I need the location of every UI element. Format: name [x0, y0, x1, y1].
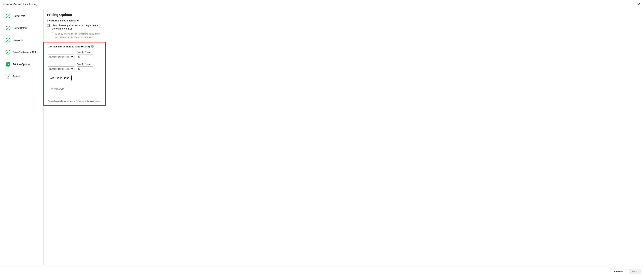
section-title: Pricing Options — [47, 13, 644, 17]
number-of-records-select[interactable]: Number of Records — [48, 66, 74, 72]
close-icon — [637, 3, 640, 6]
step-label: Pricing Options — [13, 63, 30, 66]
step-sidebar: Listing Type Listing Details Data Asset … — [0, 9, 44, 265]
spacer — [48, 51, 74, 54]
display-sales-only-checkbox — [51, 32, 53, 35]
step-review[interactable]: 6 Review — [6, 74, 41, 79]
modal-header: Create Marketplace Listing — [0, 0, 644, 9]
next-button: Next — [628, 269, 641, 274]
info-icon[interactable]: i — [91, 45, 94, 48]
chevron-down-icon — [71, 68, 73, 70]
close-button[interactable] — [636, 2, 641, 6]
price-column: Price for 1 Year — [77, 63, 93, 72]
step-list: Listing Type Listing Details Data Asset … — [6, 14, 41, 79]
step-label: Data Combination Rules — [13, 51, 38, 54]
main-content: Pricing Options LiveRamp Sales Facilitat… — [44, 9, 644, 265]
step-number-badge: 5 — [6, 62, 10, 66]
check-icon — [6, 26, 10, 30]
previous-button[interactable]: Previous — [611, 269, 626, 274]
price-input[interactable] — [77, 54, 93, 59]
sales-facilitation-title: LiveRamp Sales Facilitation — [47, 19, 644, 22]
price-input[interactable] — [77, 66, 93, 72]
svg-marker-3 — [71, 68, 73, 70]
allow-negotiate-checkbox[interactable] — [47, 24, 50, 27]
step-label: Listing Details — [13, 27, 27, 29]
pricing-row: Number of Records Price for 1 Year — [48, 63, 102, 72]
svg-marker-2 — [71, 56, 73, 57]
modal-title: Create Marketplace Listing — [3, 3, 37, 6]
step-label: Review — [13, 75, 20, 78]
body-wrapper: Listing Type Listing Details Data Asset … — [0, 9, 644, 265]
add-pricing-fields-button[interactable]: Add Pricing Fields — [48, 75, 72, 81]
records-column: Number of Records — [48, 51, 74, 59]
chevron-down-icon — [71, 56, 73, 57]
enrichment-highlight-box: Contact Enrichment Listing Pricing i Num… — [43, 42, 106, 106]
check-icon — [6, 14, 10, 18]
step-pricing-options[interactable]: 5 Pricing Options — [6, 62, 41, 66]
number-of-records-select[interactable]: Number of Records — [48, 54, 74, 59]
select-placeholder: Number of Records — [49, 68, 69, 70]
select-placeholder: Number of Records — [49, 56, 69, 58]
allow-negotiate-row: Allow LiveRamp sales teams to negotiate … — [47, 24, 102, 30]
wizard-footer: Previous Next — [0, 266, 644, 277]
step-data-asset[interactable]: Data Asset — [6, 38, 41, 42]
records-column: Number of Records — [48, 63, 74, 72]
pricing-details-helper: The pricing details that will appear for… — [48, 100, 102, 102]
spacer — [48, 63, 74, 66]
pricing-row: Number of Records Price for 1 Year — [48, 51, 102, 59]
step-data-combination-rules[interactable]: Data Combination Rules — [6, 50, 41, 54]
step-listing-details[interactable]: Listing Details — [6, 26, 41, 30]
enrichment-title: Contact Enrichment Listing Pricing — [48, 45, 90, 48]
step-label: Listing Type — [13, 14, 25, 17]
price-label: Price for 1 Year — [77, 63, 93, 66]
step-listing-type[interactable]: Listing Type — [6, 14, 41, 18]
enrichment-title-row: Contact Enrichment Listing Pricing i — [48, 45, 102, 48]
allow-negotiate-label: Allow LiveRamp sales teams to negotiate … — [52, 24, 102, 30]
check-icon — [6, 38, 10, 42]
display-sales-only-row: Display pricing to the LiveRamp sales te… — [51, 32, 103, 39]
step-label: Data Asset — [13, 39, 24, 42]
step-number-badge: 6 — [6, 74, 10, 79]
price-label: Price for 1 Year — [77, 51, 93, 54]
check-icon — [6, 50, 10, 54]
pricing-details-textarea[interactable] — [48, 86, 103, 99]
display-sales-only-label: Display pricing to the LiveRamp sales te… — [55, 32, 103, 39]
price-column: Price for 1 Year — [77, 51, 93, 59]
